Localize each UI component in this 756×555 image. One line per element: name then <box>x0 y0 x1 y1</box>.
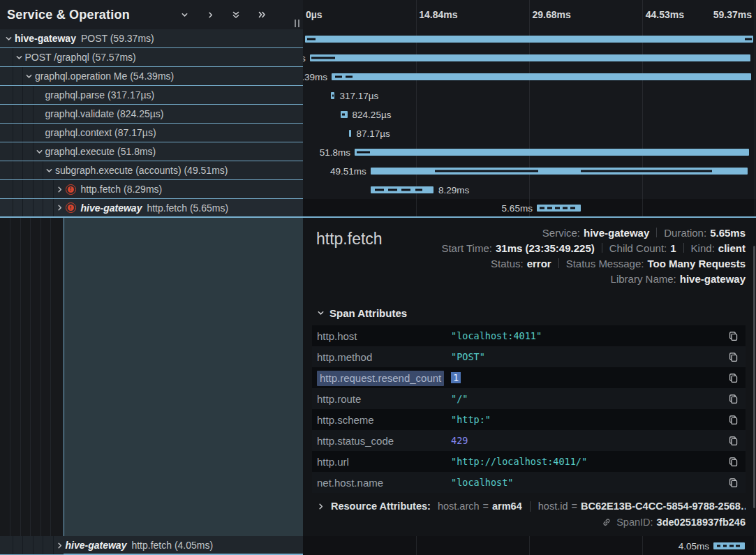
child-span-marker <box>346 75 353 77</box>
meta-label: Kind: <box>691 242 715 254</box>
tree-row[interactable]: graphql.parse (317.17µs) <box>0 86 303 105</box>
timeline-row[interactable]: 49.51ms <box>303 161 756 180</box>
indent-guide <box>13 105 24 123</box>
expand-all-icon[interactable] <box>257 10 267 20</box>
timeline-row[interactable]: 824.25µs <box>303 105 756 124</box>
span-attributes-header[interactable]: Span Attributes <box>317 307 746 319</box>
panel-resize-handle[interactable] <box>295 20 299 27</box>
meta-label: Status Message: <box>566 258 644 269</box>
attribute-key-text: http.scheme <box>317 414 374 426</box>
indent-guide <box>3 124 13 142</box>
timeline-row[interactable]: 87.17µs <box>303 124 756 142</box>
chevron-right-icon[interactable] <box>205 10 215 20</box>
chevron-down-icon[interactable] <box>23 73 35 80</box>
attribute-key[interactable]: net.host.name <box>317 477 451 489</box>
span-id-value: 3de02518937fb246 <box>657 517 746 528</box>
attribute-row: http.method"POST" <box>312 346 746 367</box>
indent-guide <box>13 536 24 554</box>
attribute-value[interactable]: "http:" <box>451 414 728 425</box>
attribute-value[interactable]: "localhost:4011" <box>451 330 728 341</box>
timeline-row[interactable]: 54.39ms <box>303 67 756 86</box>
meta-value: 5.65ms <box>710 227 746 239</box>
attribute-value[interactable]: "localhost" <box>451 477 728 488</box>
tree-row[interactable]: !http.fetch (8.29ms) <box>0 180 303 199</box>
span-attributes-title: Span Attributes <box>329 307 407 319</box>
span-bar[interactable] <box>355 149 749 156</box>
tree-row[interactable]: !hive-gatewayhttp.fetch (5.65ms) <box>0 199 303 218</box>
detail-scrollbar[interactable] <box>753 246 755 508</box>
indent-guide <box>13 142 24 161</box>
indent-guide <box>13 67 24 85</box>
resource-attributes-row[interactable]: Resource Attributes: host.arch=arm64host… <box>317 501 746 512</box>
tree-row[interactable]: graphql.validate (824.25µs) <box>0 105 303 124</box>
attribute-value-text: "http://localhost:4011/" <box>451 456 587 467</box>
attribute-value-text: "localhost:4011" <box>451 330 542 341</box>
timeline-row[interactable]: 51.8ms <box>303 142 756 161</box>
timeline-row[interactable]: 57.57ms <box>303 48 756 67</box>
timeline-row[interactable]: 317.17µs <box>303 86 756 105</box>
tree-row[interactable]: POST /graphql (57.57ms) <box>0 48 303 67</box>
chevron-down-icon[interactable] <box>179 10 189 20</box>
link-icon[interactable] <box>602 517 612 527</box>
attribute-value[interactable]: "POST" <box>451 351 728 362</box>
resource-key: host.id <box>538 501 568 512</box>
attribute-value[interactable]: 429 <box>451 435 728 446</box>
attribute-key[interactable]: http.request.resend_count <box>317 372 451 384</box>
indent-guide <box>43 199 54 216</box>
attribute-value[interactable]: "/" <box>451 393 728 404</box>
span-bar[interactable] <box>332 73 752 80</box>
span-bar[interactable] <box>349 130 351 137</box>
timeline-row[interactable]: 4.05ms <box>303 536 756 555</box>
attribute-row: http.url"http://localhost:4011/" <box>312 451 746 472</box>
copy-icon[interactable] <box>728 352 739 362</box>
tree-row[interactable]: subgraph.execute (accounts) (49.51ms) <box>0 161 303 180</box>
indent-guide <box>43 536 54 554</box>
tree-row[interactable]: hive-gatewayhttp.fetch (4.05ms) <box>0 536 303 555</box>
attribute-key[interactable]: http.host <box>317 330 451 342</box>
copy-icon[interactable] <box>728 436 739 446</box>
attribute-key[interactable]: http.status_code <box>317 435 451 447</box>
collapse-all-icon[interactable] <box>231 10 241 20</box>
chevron-down-icon <box>317 309 325 317</box>
span-bar[interactable] <box>305 36 753 43</box>
chevron-down-icon[interactable] <box>3 35 15 43</box>
copy-icon[interactable] <box>728 415 739 425</box>
attribute-key[interactable]: http.route <box>317 393 451 405</box>
timeline-row[interactable]: 5.65ms <box>303 199 756 218</box>
copy-icon[interactable] <box>728 478 739 488</box>
span-attributes-table: http.host"localhost:4011"http.method"POS… <box>312 325 746 493</box>
tree-row[interactable]: graphql.context (87.17µs) <box>0 124 303 142</box>
copy-icon[interactable] <box>728 373 739 383</box>
chevron-right-icon[interactable] <box>54 186 66 193</box>
chevron-down-icon[interactable] <box>34 148 45 156</box>
indent-guide <box>3 67 13 85</box>
chevron-down-icon[interactable] <box>13 54 25 61</box>
copy-icon[interactable] <box>728 394 739 404</box>
tree-row[interactable]: graphql.execute (51.8ms) <box>0 142 303 161</box>
indent-guide <box>23 86 34 104</box>
attribute-row: net.host.name"localhost" <box>312 472 746 493</box>
timeline-row[interactable]: 59.37ms <box>303 29 756 48</box>
child-span-marker <box>547 207 552 209</box>
attribute-key[interactable]: http.method <box>317 351 451 363</box>
attribute-key[interactable]: http.url <box>317 456 451 468</box>
duration-label: 317.17µs <box>339 90 378 101</box>
attribute-key[interactable]: http.scheme <box>317 414 451 426</box>
copy-icon[interactable] <box>728 331 739 341</box>
chevron-right-icon[interactable] <box>54 542 66 549</box>
detail-header: http.fetch Service:hive-gatewayDuration:… <box>312 225 746 286</box>
span-meta: Service:hive-gatewayDuration:5.65msStart… <box>441 225 746 286</box>
tree-row[interactable]: graphql.operation Me (54.39ms) <box>0 67 303 86</box>
copy-icon[interactable] <box>728 457 739 467</box>
span-label: http.fetch (4.05ms) <box>131 540 213 551</box>
attribute-row: http.scheme"http:" <box>312 409 746 430</box>
child-span-marker <box>563 207 568 209</box>
timeline-row[interactable]: 8.29ms <box>303 180 756 199</box>
attribute-value[interactable]: "http://localhost:4011/" <box>451 456 728 467</box>
child-span-marker <box>581 170 712 172</box>
span-bar[interactable] <box>310 54 750 61</box>
chevron-down-icon[interactable] <box>43 167 55 175</box>
attribute-value[interactable]: 1 <box>451 372 728 383</box>
tree-row[interactable]: hive-gatewayPOST (59.37ms) <box>0 29 303 48</box>
chevron-right-icon[interactable] <box>54 204 66 212</box>
